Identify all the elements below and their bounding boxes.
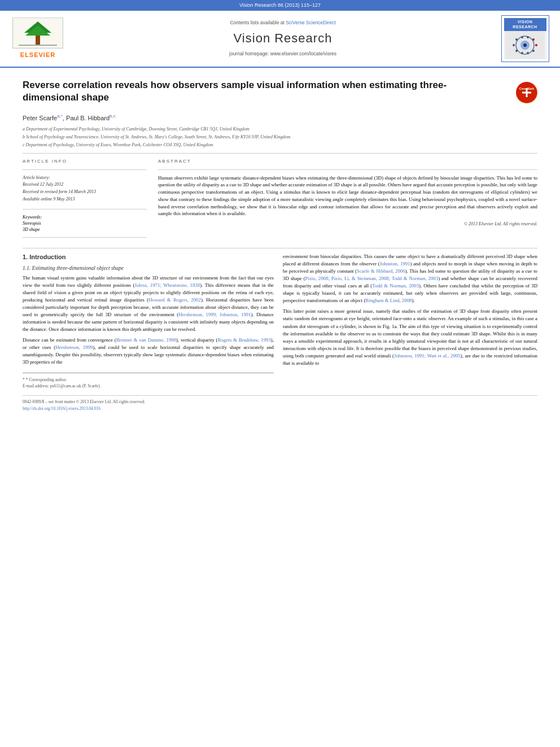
article-info-abstract-section: ARTICLE INFO Article history: Received 1…	[23, 158, 537, 242]
main-body: 1. Introduction 1.1. Estimating three-di…	[23, 253, 537, 389]
svg-point-15	[515, 50, 518, 52]
divider-1	[23, 153, 537, 154]
svg-point-16	[521, 52, 523, 54]
keywords-section: Keywords: Stereopsis 3D shape	[23, 214, 147, 233]
article-title: Reverse correlation reveals how observer…	[23, 79, 491, 104]
affiliation-3: c Department of Psychology, University o…	[23, 142, 537, 148]
affiliation-2: b School of Psychology and Neuroscience,…	[23, 134, 537, 141]
svg-point-8	[523, 43, 527, 47]
svg-point-9	[535, 44, 537, 46]
affiliations: a Department of Experimental Psychology,…	[23, 126, 537, 148]
svg-point-18	[532, 50, 535, 52]
divider-keywords	[23, 209, 147, 209]
svg-point-11	[527, 36, 529, 38]
svg-point-17	[527, 52, 529, 54]
authors-line: Peter Scarfea,*, Paul B. Hibbardb,c	[23, 113, 537, 123]
footer-doi: http://dx.doi.org/10.1016/j.visres.2013.…	[23, 405, 537, 412]
history-label: Article history:	[23, 174, 147, 182]
right-para-1: environment from binocular disparities. …	[283, 253, 537, 304]
divider-abstract	[158, 169, 537, 170]
article-info-heading: ARTICLE INFO	[23, 158, 147, 164]
journal-homepage: journal homepage: www.elsevier.com/locat…	[229, 51, 336, 58]
received-date: Received 12 July 2012	[23, 181, 147, 189]
sciverse-link[interactable]: SciVerse ScienceDirect	[286, 20, 335, 25]
article-info-column: ARTICLE INFO Article history: Received 1…	[23, 158, 147, 242]
abstract-copyright: © 2013 Elsevier Ltd. All rights reserved…	[158, 221, 537, 227]
ref-julesz[interactable]: Julesz, 1971; Wheatstone, 1838	[135, 282, 200, 288]
intro-para-1: The human visual system gains valuable i…	[23, 274, 274, 333]
footer-bar: 0042-6989/$ – see front matter © 2013 El…	[23, 395, 537, 412]
article-content: Reverse correlation reveals how observer…	[0, 68, 560, 419]
article-history: Article history: Received 12 July 2012 R…	[23, 174, 147, 203]
keyword-2: 3D shape	[23, 226, 147, 233]
divider-info	[23, 169, 147, 170]
abstract-text: Human observers exhibit large systematic…	[158, 174, 537, 218]
right-column: environment from binocular disparities. …	[283, 253, 537, 389]
email-name: (P. Scarfe).	[82, 383, 101, 388]
intro-section-title: 1. Introduction	[23, 253, 274, 261]
ref-todd-norman[interactable]: Todd & Norman, 2003	[372, 283, 419, 289]
ref-scarfe[interactable]: Scarfe & Hibbard, 2006	[357, 268, 405, 274]
badge-image	[504, 31, 546, 59]
email-label: E-mail address:	[23, 383, 50, 388]
ref-brenner[interactable]: Brenner & van Damme, 1998	[116, 337, 176, 343]
vision-research-badge: VISION RESEARCH	[501, 15, 549, 63]
svg-point-12	[521, 36, 523, 38]
abstract-heading: ABSTRACT	[158, 158, 537, 164]
elsevier-graphic	[12, 18, 63, 49]
email-note: E-mail address: ps611@cam.ac.uk (P. Scar…	[23, 383, 274, 389]
doi-link[interactable]: http://dx.doi.org/10.1016/j.visres.2013.…	[23, 406, 100, 411]
intro-subsection-title: 1.1. Estimating three-dimensional object…	[23, 265, 274, 272]
revised-date: Received in revised form 14 March 2013	[23, 189, 147, 196]
journal-reference-bar: Vision Research 86 (2013) 115–127	[0, 0, 560, 11]
svg-point-10	[532, 38, 535, 41]
affiliation-1: a Department of Experimental Psychology,…	[23, 126, 537, 133]
elsevier-wordmark: ELSEVIER	[20, 51, 55, 59]
author-name-1: Peter Scarfe	[23, 115, 57, 121]
journal-title-area: Contents lists available at SciVerse Sci…	[69, 15, 497, 63]
journal-reference-text: Vision Research 86 (2013) 115–127	[239, 2, 321, 8]
footnote-section: * * Corresponding author. E-mail address…	[23, 373, 274, 390]
svg-rect-1	[36, 36, 40, 45]
left-column: 1. Introduction 1.1. Estimating three-di…	[23, 253, 274, 389]
ref-hershenson2[interactable]: Hershenson, 1999	[55, 344, 93, 350]
intro-para-2: Distance can be estimated from convergen…	[23, 337, 274, 366]
svg-point-14	[513, 44, 515, 46]
email-link[interactable]: ps611@cam.ac.uk	[50, 383, 81, 388]
contents-label: Contents lists available at	[230, 20, 284, 25]
corresponding-author-note: * * Corresponding author.	[23, 377, 274, 383]
ref-howard[interactable]: Howard & Rogers, 2002	[148, 297, 201, 303]
ref-hershenson[interactable]: Hershenson, 1999; Johnston, 1991	[178, 312, 251, 317]
ref-rogers[interactable]: Rogers & Bradshaw, 1993	[218, 337, 271, 343]
crossmark-badge: CrossMark	[516, 82, 537, 103]
divider-end-info	[23, 237, 147, 238]
footnote-star: *	[23, 377, 25, 382]
journal-header: ELSEVIER Contents lists available at Sci…	[0, 11, 560, 68]
ref-johnston[interactable]: Johnston, 1991	[380, 261, 410, 267]
ref-bingham[interactable]: Bingham & Lind, 2008	[365, 298, 412, 303]
ref-johnston2[interactable]: Johnston, 1991; Watt et al., 2005	[394, 353, 461, 359]
divider-body	[23, 248, 537, 248]
available-date: Available online 9 May 2013	[23, 196, 147, 203]
keywords-label: Keywords:	[23, 214, 147, 220]
svg-point-13	[515, 38, 518, 41]
sciverse-line: Contents lists available at SciVerse Sci…	[230, 20, 335, 27]
keyword-1: Stereopsis	[23, 220, 147, 226]
article-title-section: Reverse correlation reveals how observer…	[23, 75, 537, 108]
abstract-column: ABSTRACT Human observers exhibit large s…	[158, 158, 537, 242]
journal-title: Vision Research	[234, 30, 333, 47]
elsevier-logo-area: ELSEVIER	[7, 15, 69, 63]
journal-badge-area: VISION RESEARCH	[497, 15, 553, 63]
ref-pizio[interactable]: Pizio, 2008; Pizio, Li, & Steinman, 2008…	[305, 276, 439, 281]
right-para-2: This latter point raises a more general …	[283, 308, 537, 366]
badge-title-text: VISION RESEARCH	[504, 18, 546, 32]
author-name-2: Paul B. Hibbard	[66, 115, 110, 121]
footer-issn: 0042-6989/$ – see front matter © 2013 El…	[23, 399, 537, 405]
